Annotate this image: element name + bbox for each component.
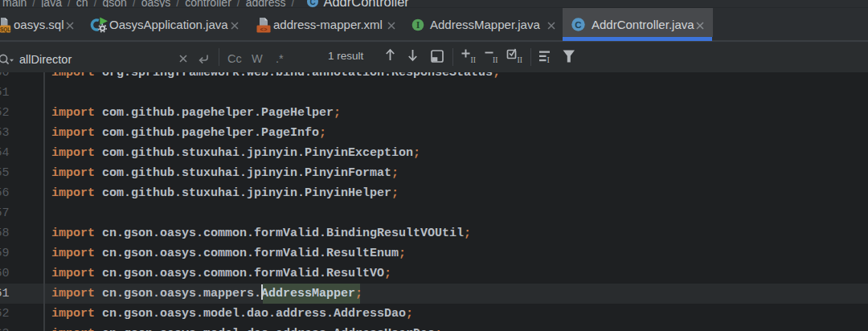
svg-text:<>: <>	[260, 27, 268, 33]
svg-text:II: II	[493, 56, 497, 64]
svg-text:II: II	[471, 56, 476, 64]
svg-text:II: II	[518, 56, 522, 64]
svg-text:C: C	[309, 0, 315, 6]
svg-text:I: I	[416, 19, 420, 31]
svg-text:SQL: SQL	[0, 27, 10, 33]
svg-text:C: C	[575, 20, 581, 30]
svg-text:I: I	[547, 55, 550, 64]
